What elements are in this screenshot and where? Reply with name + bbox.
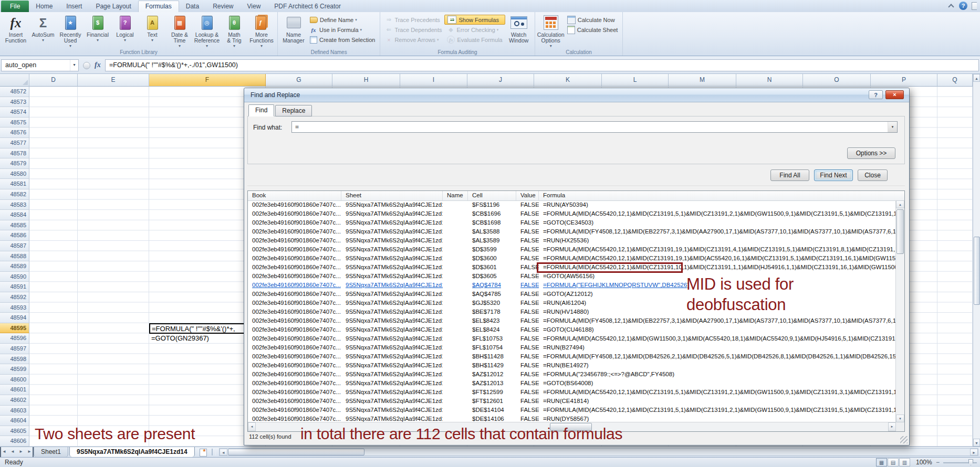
dialog-tab-find[interactable]: Find [248, 104, 274, 116]
column-header-Q[interactable]: Q [937, 74, 973, 87]
column-header-F[interactable]: F [149, 74, 266, 87]
evaluate-formula-button[interactable]: fxEvaluate Formula [444, 35, 505, 45]
result-row[interactable]: 002fe3eb49160f901860e7407c...9S5Nqxa7ATM… [248, 299, 896, 307]
result-row[interactable]: 002fe3eb49160f901860e7407c...9S5Nqxa7ATM… [248, 415, 896, 422]
dialog-close-button[interactable]: × [885, 90, 904, 99]
result-row[interactable]: 002fe3eb49160f901860e7407c...9S5Nqxa7ATM… [248, 379, 896, 388]
financial-button[interactable]: $Financial▾ [84, 13, 111, 43]
row-header-48590[interactable]: 48590 [0, 272, 29, 282]
row-header-48576[interactable]: 48576 [0, 128, 29, 138]
lookup-reference-button[interactable]: ◎Lookup & Reference▾ [193, 13, 221, 48]
scroll-up-icon[interactable]: ▲ [973, 74, 980, 82]
scroll-up-icon[interactable]: ▲ [896, 200, 904, 208]
zoom-level[interactable]: 100% [916, 459, 932, 466]
scroll-left-icon[interactable]: ◄ [220, 449, 227, 455]
result-row[interactable]: 002fe3eb49160f901860e7407c...9S5Nqxa7ATM… [248, 352, 896, 361]
row-header-48586[interactable]: 48586 [0, 230, 29, 241]
remove-arrows-button[interactable]: ×Remove Arrows▾ [382, 35, 444, 45]
row-header-48592[interactable]: 48592 [0, 292, 29, 303]
result-row[interactable]: 002fe3eb49160f901860e7407c...9S5Nqxa7ATM… [248, 281, 896, 290]
row-header-48578[interactable]: 48578 [0, 148, 29, 159]
row-header-48599[interactable]: 48599 [0, 364, 29, 375]
result-row[interactable]: 002fe3eb49160f901860e7407c...9S5Nqxa7ATM… [248, 263, 896, 272]
row-header-48593[interactable]: 48593 [0, 303, 29, 313]
results-header-formula[interactable]: Formula [539, 191, 904, 200]
select-all-corner[interactable] [0, 74, 29, 87]
autosum-button[interactable]: ΣAutoSum▾ [29, 13, 57, 43]
insert-worksheet-icon[interactable] [197, 447, 210, 457]
results-header-book[interactable]: Book [248, 191, 341, 200]
trace-dependents-button[interactable]: ⇐Trace Dependents [382, 25, 444, 35]
result-row[interactable]: 002fe3eb49160f901860e7407c...9S5Nqxa7ATM… [248, 218, 896, 227]
watch-window-button[interactable]: Watch Window [505, 13, 533, 44]
logical-button[interactable]: ?Logical▾ [111, 13, 139, 43]
use-in-formula-button[interactable]: fxUse in Formula▾ [307, 25, 378, 35]
row-header-48606[interactable]: 48606 [0, 436, 29, 447]
ribbon-tab-file[interactable]: File [1, 1, 29, 12]
row-header-48589[interactable]: 48589 [0, 261, 29, 272]
ribbon-tab-review[interactable]: Review [206, 1, 240, 12]
error-checking-button[interactable]: ◆Error Checking▾ [444, 25, 505, 35]
ribbon-tab-data[interactable]: Data [179, 1, 206, 12]
ribbon-tab-pdf-architect-6-creator[interactable]: PDF Architect 6 Creator [267, 1, 348, 12]
math-trig-button[interactable]: θMath & Trig▾ [221, 13, 248, 48]
column-header-J[interactable]: J [467, 74, 534, 87]
sheet-horizontal-scrollbar[interactable]: ◄ ► [219, 448, 978, 456]
column-header-G[interactable]: G [266, 74, 332, 87]
row-header-48585[interactable]: 48585 [0, 220, 29, 231]
row-header-48591[interactable]: 48591 [0, 282, 29, 292]
formula-input[interactable]: =FORMULA(" !""#$%&'()*+,-./01",GW11500) [105, 59, 979, 71]
row-header-48594[interactable]: 48594 [0, 313, 29, 323]
results-header-value[interactable]: Value [516, 191, 539, 200]
result-row[interactable]: 002fe3eb49160f901860e7407c...9S5Nqxa7ATM… [248, 334, 896, 343]
define-name-button[interactable]: Define Name▾ [307, 15, 378, 25]
row-header-48603[interactable]: 48603 [0, 406, 29, 416]
insert-function-button[interactable]: fxInsert Function [2, 13, 29, 44]
find-what-input[interactable]: = ▾ [291, 121, 898, 133]
result-row[interactable]: 002fe3eb49160f901860e7407c...9S5Nqxa7ATM… [248, 290, 896, 299]
results-header-sheet[interactable]: Sheet [341, 191, 443, 200]
result-row[interactable]: 002fe3eb49160f901860e7407c...9S5Nqxa7ATM… [248, 254, 896, 263]
trace-precedents-button[interactable]: ⇒Trace Precedents [382, 15, 444, 25]
result-row[interactable]: 002fe3eb49160f901860e7407c...9S5Nqxa7ATM… [248, 272, 896, 281]
row-header-48573[interactable]: 48573 [0, 97, 29, 108]
scroll-thumb[interactable] [974, 237, 980, 305]
dialog-titlebar[interactable]: Find and Replace ? × [244, 88, 909, 102]
result-row[interactable]: 002fe3eb49160f901860e7407c...9S5Nqxa7ATM… [248, 361, 896, 370]
column-header-N[interactable]: N [736, 74, 803, 87]
column-header-K[interactable]: K [534, 74, 602, 87]
collapse-ribbon-icon[interactable] [947, 3, 955, 9]
scroll-down-icon[interactable]: ▼ [896, 415, 904, 422]
name-box-dropdown-icon[interactable]: ▾ [70, 60, 78, 71]
result-row[interactable]: 002fe3eb49160f901860e7407c...9S5Nqxa7ATM… [248, 406, 896, 415]
row-header-48605[interactable]: 48605 [0, 426, 29, 437]
previous-sheet-icon[interactable]: ◄ [8, 447, 17, 457]
page-break-view-icon[interactable]: ▥ [899, 458, 910, 466]
row-header-48597[interactable]: 48597 [0, 344, 29, 354]
row-header-48601[interactable]: 48601 [0, 385, 29, 395]
result-row[interactable]: 002fe3eb49160f901860e7407c...9S5Nqxa7ATM… [248, 236, 896, 245]
dialog-resize-grip[interactable] [900, 436, 908, 443]
close-button[interactable]: Close [858, 169, 888, 181]
name-box[interactable]: auto_open ▾ [1, 59, 79, 71]
find-what-dropdown-icon[interactable]: ▾ [888, 122, 897, 132]
column-header-H[interactable]: H [332, 74, 400, 87]
result-row[interactable]: 002fe3eb49160f901860e7407c...9S5Nqxa7ATM… [248, 227, 896, 236]
find-next-button[interactable]: Find Next [814, 169, 853, 181]
show-formulas-button[interactable]: 15Show Formulas [444, 15, 505, 25]
row-header-48596[interactable]: 48596 [0, 333, 29, 344]
ribbon-tab-insert[interactable]: Insert [59, 1, 89, 12]
scroll-thumb[interactable] [228, 449, 364, 455]
calculate-now-button[interactable]: Calculate Now [565, 15, 621, 25]
row-header-48574[interactable]: 48574 [0, 107, 29, 118]
column-header-E[interactable]: E [78, 74, 149, 87]
result-row[interactable]: 002fe3eb49160f901860e7407c...9S5Nqxa7ATM… [248, 397, 896, 406]
scroll-right-icon[interactable]: ► [970, 449, 978, 455]
row-header-48602[interactable]: 48602 [0, 395, 29, 406]
column-header-M[interactable]: M [669, 74, 736, 87]
last-sheet-icon[interactable]: ► [25, 447, 34, 457]
options-button[interactable]: Options >> [847, 147, 895, 159]
scroll-left-icon[interactable]: ◄ [248, 422, 256, 431]
column-header-L[interactable]: L [602, 74, 669, 87]
next-sheet-icon[interactable]: ► [17, 447, 25, 457]
